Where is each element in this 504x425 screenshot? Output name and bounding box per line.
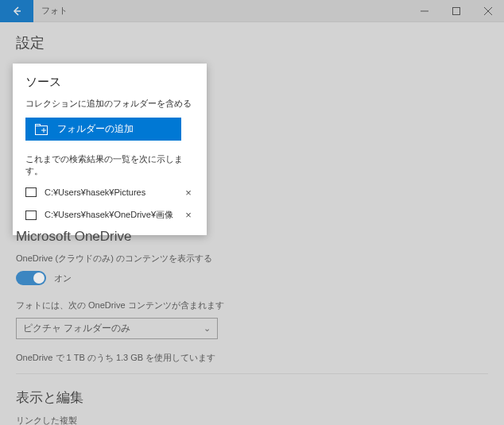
sources-heading: ソース bbox=[25, 75, 194, 90]
onedrive-show-cloud-label: OneDrive (クラウドのみ) のコンテンツを表示する bbox=[16, 253, 488, 265]
titlebar: フォト bbox=[0, 0, 504, 22]
maximize-icon bbox=[452, 7, 460, 15]
add-folder-label: フォルダーの追加 bbox=[57, 122, 134, 136]
linked-duplicates-label: リンクした複製 bbox=[16, 415, 488, 425]
minimize-icon bbox=[421, 7, 428, 15]
svg-rect-2 bbox=[453, 7, 460, 14]
chevron-down-icon: ⌄ bbox=[204, 323, 211, 334]
toggle-knob bbox=[33, 272, 45, 284]
close-button[interactable] bbox=[472, 0, 504, 22]
onedrive-content-label: フォトには、次の OneDrive コンテンツが含まれます bbox=[16, 299, 488, 311]
page-title: 設定 bbox=[16, 33, 488, 52]
arrow-left-icon bbox=[11, 6, 22, 17]
source-folder-path: C:¥Users¥hasek¥OneDrive¥画像 bbox=[45, 209, 175, 221]
sources-card: ソース コレクションに追加のフォルダーを含める フォルダーの追加 これまでの検索… bbox=[13, 64, 207, 235]
onedrive-usage: OneDrive で 1 TB のうち 1.3 GB を使用しています bbox=[16, 352, 488, 364]
display-edit-heading: 表示と編集 bbox=[16, 388, 488, 407]
page-content: 設定 bbox=[0, 22, 504, 52]
add-folder-icon bbox=[35, 124, 49, 135]
maximize-button[interactable] bbox=[440, 0, 472, 22]
section-divider bbox=[16, 373, 488, 374]
lower-sections: Microsoft OneDrive OneDrive (クラウドのみ) のコン… bbox=[16, 229, 488, 425]
app-title: フォト bbox=[41, 5, 68, 17]
onedrive-content-dropdown[interactable]: ピクチャ フォルダーのみ ⌄ bbox=[16, 318, 218, 339]
onedrive-cloud-toggle[interactable] bbox=[16, 271, 46, 285]
svg-rect-6 bbox=[36, 124, 41, 126]
window-controls bbox=[409, 0, 504, 22]
onedrive-toggle-row: オン bbox=[16, 271, 488, 285]
close-icon bbox=[484, 7, 492, 15]
onedrive-toggle-state: オン bbox=[54, 272, 72, 284]
source-folder-path: C:¥Users¥hasek¥Pictures bbox=[45, 187, 175, 197]
dropdown-value: ピクチャ フォルダーのみ bbox=[23, 322, 130, 335]
onedrive-heading: Microsoft OneDrive bbox=[16, 229, 488, 245]
folder-icon bbox=[25, 187, 37, 197]
close-icon: × bbox=[185, 209, 192, 221]
back-button[interactable] bbox=[0, 0, 33, 22]
close-icon: × bbox=[185, 187, 192, 199]
folder-icon bbox=[25, 211, 37, 220]
sources-include-label: コレクションに追加のフォルダーを含める bbox=[25, 98, 194, 110]
source-folder-row[interactable]: C:¥Users¥hasek¥Pictures × bbox=[25, 187, 194, 198]
source-folder-row[interactable]: C:¥Users¥hasek¥OneDrive¥画像 × bbox=[25, 209, 194, 221]
remove-folder-button[interactable]: × bbox=[183, 210, 194, 221]
minimize-button[interactable] bbox=[409, 0, 440, 22]
remove-folder-button[interactable]: × bbox=[183, 187, 194, 198]
sources-search-note: これまでの検索結果の一覧を次に示します。 bbox=[25, 153, 194, 177]
add-folder-button[interactable]: フォルダーの追加 bbox=[25, 118, 181, 141]
